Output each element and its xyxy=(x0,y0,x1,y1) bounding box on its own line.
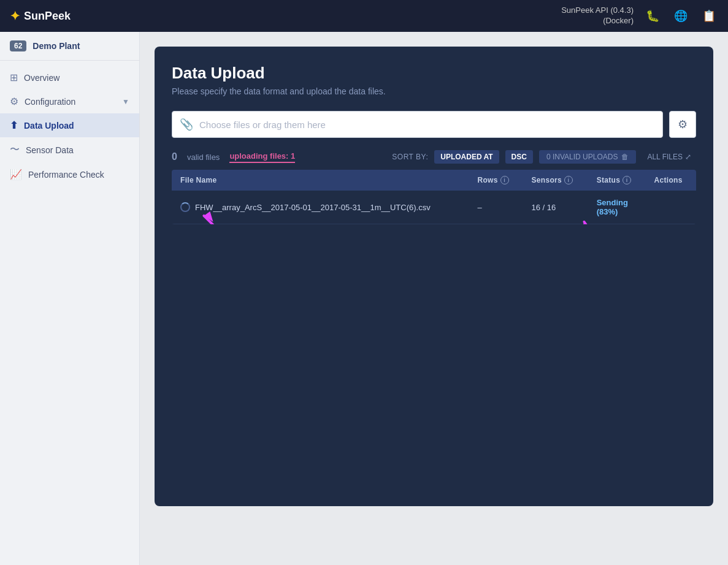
rows-col-label: Rows xyxy=(477,176,497,184)
plant-badge: 62 xyxy=(10,40,26,51)
cell-actions xyxy=(646,191,696,224)
all-files-button[interactable]: ALL FILES ⤢ xyxy=(642,150,696,164)
api-label: SunPeek API (0.4.3) (Docker) xyxy=(561,6,634,26)
top-nav-right: SunPeek API (0.4.3) (Docker) 🐛 🌐 📋 xyxy=(561,6,718,26)
sidebar: 62 Demo Plant ⊞ Overview ⚙ Configuration… xyxy=(0,32,140,565)
gear-icon: ⚙ xyxy=(10,96,18,107)
bug-button[interactable]: 🐛 xyxy=(643,7,662,25)
sensors-col-label: Sensors xyxy=(532,176,562,184)
sensors-col-label-wrapper: Sensors i xyxy=(532,176,573,184)
plant-name: Demo Plant xyxy=(33,41,80,51)
upload-row: 📎 Choose files or drag them here ⚙ xyxy=(172,111,696,138)
valid-files-label: valid files xyxy=(187,153,220,162)
table-row: FHW__array_ArcS__2017-05-01__2017-05-31_… xyxy=(172,191,696,224)
filename-col-label: File Name xyxy=(180,176,216,184)
top-nav: ✦ SunPeek SunPeek API (0.4.3) (Docker) 🐛… xyxy=(0,0,728,32)
sidebar-item-data-upload[interactable]: ⬆ Data Upload xyxy=(0,113,139,137)
col-header-rows: Rows i xyxy=(469,170,523,191)
filename-value: FHW__array_ArcS__2017-05-01__2017-05-31_… xyxy=(195,203,431,212)
sidebar-nav: ⊞ Overview ⚙ Configuration ▼ ⬆ Data Uplo… xyxy=(0,61,139,191)
loading-spinner-icon xyxy=(180,202,190,212)
status-col-label: Status xyxy=(597,176,620,184)
trash-icon: 🗑 xyxy=(621,153,629,161)
logo: ✦ SunPeek xyxy=(10,9,71,23)
cell-sensors: 16 / 16 xyxy=(523,191,588,224)
stats-bar: 0 valid files uploading files: 1 SORT BY… xyxy=(172,150,696,170)
page-subtitle: Please specify the data format and uploa… xyxy=(172,86,696,96)
chevron-down-icon: ▼ xyxy=(122,97,129,106)
content-area: Data Upload Please specify the data form… xyxy=(140,32,728,565)
file-input-wrapper[interactable]: 📎 Choose files or drag them here xyxy=(172,111,663,138)
chart-check-icon: 📈 xyxy=(10,169,22,180)
status-col-label-wrapper: Status i xyxy=(597,176,631,184)
sidebar-item-label: Overview xyxy=(24,73,59,83)
rows-col-label-wrapper: Rows i xyxy=(477,176,508,184)
logo-text: SunPeek xyxy=(24,10,71,23)
sensors-value: 16 / 16 xyxy=(532,203,556,212)
docs-button[interactable]: 📋 xyxy=(700,7,718,25)
sort-by-label: SORT BY: xyxy=(392,153,428,161)
file-placeholder: Choose files or drag them here xyxy=(199,119,326,130)
cell-status: Sending(83%) xyxy=(588,191,646,224)
logo-star-icon: ✦ xyxy=(10,9,20,23)
status-info-icon: i xyxy=(623,176,631,184)
col-header-filename: File Name xyxy=(172,170,469,191)
col-header-actions: Actions xyxy=(646,170,696,191)
sidebar-item-performance-check[interactable]: 📈 Performance Check xyxy=(0,162,139,186)
table-body: FHW__array_ArcS__2017-05-01__2017-05-31_… xyxy=(172,191,696,224)
table-header: File Name Rows i Sensors xyxy=(172,170,696,191)
files-table-wrapper: File Name Rows i Sensors xyxy=(172,170,696,224)
paperclip-icon: 📎 xyxy=(180,118,193,131)
status-value: Sending(83%) xyxy=(597,198,628,216)
rows-value: – xyxy=(477,203,481,212)
actions-col-label: Actions xyxy=(654,176,683,184)
sensors-info-icon: i xyxy=(564,176,573,184)
col-header-status: Status i xyxy=(588,170,646,191)
sidebar-item-label: Performance Check xyxy=(28,170,104,180)
all-files-label: ALL FILES xyxy=(647,153,683,161)
settings-gear-icon: ⚙ xyxy=(678,118,688,131)
invalid-uploads-label: 0 INVALID UPLOADS xyxy=(546,153,618,161)
sidebar-item-label: Data Upload xyxy=(24,121,74,131)
cell-rows: – xyxy=(469,191,523,224)
files-table: File Name Rows i Sensors xyxy=(172,170,696,224)
sort-order-button[interactable]: DSC xyxy=(505,150,533,164)
sidebar-item-configuration[interactable]: ⚙ Configuration ▼ xyxy=(0,89,139,113)
main-layout: 62 Demo Plant ⊞ Overview ⚙ Configuration… xyxy=(0,32,728,565)
cell-filename: FHW__array_ArcS__2017-05-01__2017-05-31_… xyxy=(172,191,469,224)
upload-icon: ⬆ xyxy=(10,119,18,131)
invalid-uploads-button[interactable]: 0 INVALID UPLOADS 🗑 xyxy=(539,150,636,164)
sidebar-item-label: Sensor Data xyxy=(26,145,74,155)
page-title: Data Upload xyxy=(172,64,696,83)
sort-field-button[interactable]: UPLOADED AT xyxy=(434,150,499,164)
chart-line-icon: 〜 xyxy=(10,143,20,156)
upload-settings-button[interactable]: ⚙ xyxy=(669,111,696,138)
rows-info-icon: i xyxy=(500,176,509,184)
uploading-label: uploading files: 1 xyxy=(229,151,295,163)
grid-icon: ⊞ xyxy=(10,72,18,83)
globe-button[interactable]: 🌐 xyxy=(672,7,690,25)
page-card: Data Upload Please specify the data form… xyxy=(155,47,713,506)
sidebar-item-sensor-data[interactable]: 〜 Sensor Data xyxy=(0,137,139,162)
export-icon: ⤢ xyxy=(685,153,691,161)
sidebar-item-label: Configuration xyxy=(25,97,75,107)
col-header-sensors: Sensors i xyxy=(523,170,588,191)
sidebar-item-overview[interactable]: ⊞ Overview xyxy=(0,66,139,89)
plant-header: 62 Demo Plant xyxy=(0,32,139,61)
stats-right: SORT BY: UPLOADED AT DSC 0 INVALID UPLOA… xyxy=(392,150,696,164)
valid-files-count: 0 xyxy=(172,151,177,162)
